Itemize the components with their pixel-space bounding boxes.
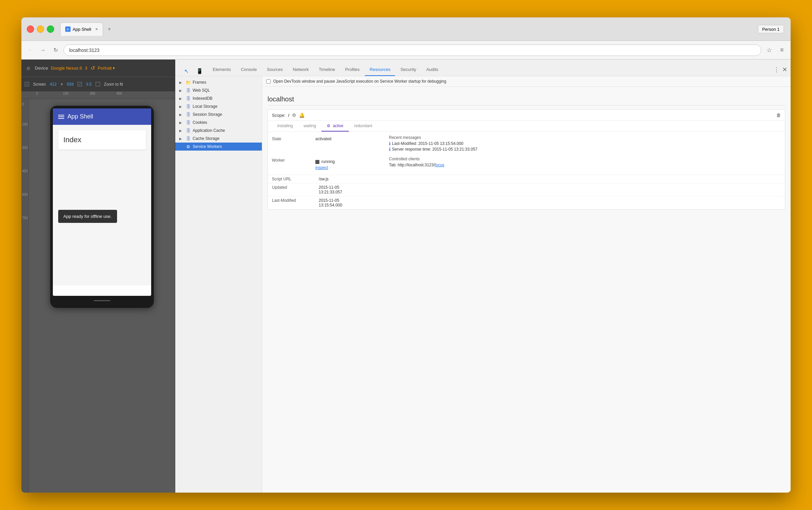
sw-tab-installing[interactable]: installing <box>272 121 298 132</box>
tree-item-frames[interactable]: ▶ 📁 Frames <box>175 78 262 86</box>
ruler-vertical: 0 150 300 450 600 750 <box>21 99 29 492</box>
tree-label-appcache: Application Cache <box>192 128 225 133</box>
maximize-button[interactable] <box>47 25 54 33</box>
folder-icon-frames: 📁 <box>185 80 191 85</box>
tree-item-cookies[interactable]: ▶ 🗄 Cookies <box>175 118 262 126</box>
scope-bell-icon[interactable]: 🔔 <box>299 112 305 118</box>
phone-bottom-bar <box>53 296 151 305</box>
tree-label-frames: Frames <box>192 80 206 85</box>
zoom-to-fit-checkbox[interactable] <box>96 82 100 86</box>
worker-running-label: running <box>321 159 335 164</box>
info-icon-1: ℹ <box>389 141 391 146</box>
index-title: Index <box>64 136 141 144</box>
message-text-1: Last-Modified: 2015-11-05 13:15:54.000 <box>392 141 463 146</box>
device-rotate-icon[interactable]: ↺ <box>91 65 95 71</box>
last-modified-label: Last-Modified <box>272 198 319 207</box>
device-portrait-select[interactable]: Portrait ▾ <box>98 65 115 70</box>
tab-elements[interactable]: Elements <box>208 63 235 76</box>
person-button[interactable]: Person 1 <box>758 25 784 33</box>
tree-item-websql[interactable]: ▶ 🗄 Web SQL <box>175 86 262 94</box>
tree-item-cachestorage[interactable]: ▶ 🗄 Cache Storage <box>175 135 262 143</box>
db-icon-cachestorage: 🗄 <box>185 136 191 141</box>
tab-timeline[interactable]: Timeline <box>314 63 340 76</box>
tree-item-indexeddb[interactable]: ▶ 🗄 IndexedDB <box>175 94 262 103</box>
no-device-icon: ⊘ <box>25 64 32 72</box>
sw-detail-grid: State activated Recent messages ℹ Last-M… <box>268 132 785 175</box>
ruler-v-mark-150: 150 <box>22 122 28 126</box>
tab-network[interactable]: Network <box>288 63 314 76</box>
cursor-icon[interactable]: ↖ <box>181 66 191 76</box>
close-devtools-button[interactable]: ✕ <box>782 66 787 73</box>
tree-item-serviceworkers[interactable]: ⚙ Service Workers <box>175 143 262 150</box>
scope-settings-icon[interactable]: ⚙ <box>292 112 296 118</box>
devtools-main-area: Open DevTools window and pause JavaScrip… <box>262 76 791 492</box>
tab-profiles[interactable]: Profiles <box>340 63 364 76</box>
tab-close-button[interactable]: × <box>95 26 98 32</box>
last-modified-value: 2015-11-05 13:15:54.000 <box>319 198 781 207</box>
forward-button[interactable]: → <box>38 46 48 55</box>
tab-console[interactable]: Console <box>236 63 262 76</box>
tab-title: App Shell <box>72 27 91 32</box>
address-bar[interactable]: localhost:3123 <box>64 45 761 56</box>
zoom-checkbox[interactable] <box>78 82 82 86</box>
traffic-lights <box>27 25 54 33</box>
screen-checkbox[interactable] <box>25 82 29 86</box>
tree-item-appcache[interactable]: ▶ 🗄 Application Cache <box>175 126 262 135</box>
close-button[interactable] <box>27 25 34 33</box>
minimize-button[interactable] <box>37 25 44 33</box>
tree-item-localstorage[interactable]: ▶ 🗄 Local Storage <box>175 103 262 110</box>
menu-button[interactable]: ≡ <box>777 46 787 55</box>
recent-messages-label: Recent messages <box>389 135 781 140</box>
worker-inspect-link[interactable]: inspect <box>315 165 328 170</box>
sw-script-url-row: Script URL /sw.js <box>268 175 785 183</box>
nav-bar: ← → ↻ localhost:3123 ☆ ≡ <box>21 41 791 60</box>
zoom-level: 3.5 <box>86 82 92 87</box>
tab-resources[interactable]: Resources <box>365 63 395 76</box>
hamburger-line-3 <box>58 118 64 119</box>
sw-warning-bar: Open DevTools window and pause JavaScrip… <box>262 76 791 87</box>
devtools-tab-actions: ⋮ ✕ <box>774 66 787 76</box>
tab-audits[interactable]: Audits <box>421 63 443 76</box>
tab-bar: A App Shell × + <box>60 22 785 36</box>
sw-tab-waiting[interactable]: waiting <box>298 121 321 132</box>
tree-label-sessionstorage: Session Storage <box>192 112 222 117</box>
device-arrows-icon[interactable]: ⇕ <box>85 66 88 70</box>
device-sub-toolbar: Screen 412 × 659 3.5 Zoom to fit <box>21 77 175 92</box>
client-focus-link[interactable]: focus <box>435 163 445 167</box>
bookmark-button[interactable]: ☆ <box>764 46 774 55</box>
worker-value-col: running inspect <box>315 157 389 171</box>
app-content: Index App ready for offline use. <box>53 125 151 285</box>
tab-app-shell[interactable]: A App Shell × <box>60 22 103 36</box>
tab-sources[interactable]: Sources <box>262 63 288 76</box>
new-tab-button[interactable]: + <box>104 24 114 34</box>
more-tabs-button[interactable]: ⋮ <box>774 66 780 73</box>
ruler-v-mark-600: 600 <box>22 193 28 196</box>
tree-arrow-frames: ▶ <box>179 81 184 84</box>
phone-icon[interactable]: 📱 <box>194 66 205 76</box>
app-title: App Shell <box>67 113 93 120</box>
scope-delete-button[interactable]: 🗑 <box>776 112 781 118</box>
index-card: Index <box>58 130 146 149</box>
refresh-button[interactable]: ↻ <box>51 46 60 55</box>
state-label: State <box>272 135 315 152</box>
sw-tab-active[interactable]: ⚙ active <box>321 121 349 132</box>
title-bar: A App Shell × + Person 1 <box>21 18 791 41</box>
db-icon-cookies: 🗄 <box>185 120 191 125</box>
app-header: App Shell <box>53 108 151 125</box>
tree-item-sessionstorage[interactable]: ▶ 🗄 Session Storage <box>175 110 262 118</box>
sw-status-tabs: installing waiting ⚙ active <box>268 121 785 132</box>
tab-security[interactable]: Security <box>396 63 421 76</box>
hamburger-menu[interactable] <box>58 115 64 119</box>
sw-last-modified-row: Last-Modified 2015-11-05 13:15:54.000 <box>268 196 785 209</box>
devtools-tab-icons: ↖ 📱 <box>179 66 207 76</box>
state-value: activated <box>315 135 389 152</box>
sw-debug-checkbox[interactable] <box>266 79 271 84</box>
devtools-content: ▶ 📁 Frames ▶ 🗄 Web SQL ▶ 🗄 IndexedDB <box>175 76 791 492</box>
scope-label: Scope: <box>272 113 285 118</box>
device-name[interactable]: Google Nexus 6 <box>51 65 82 70</box>
worker-stop-button[interactable] <box>315 160 320 164</box>
back-button[interactable]: ← <box>25 46 35 55</box>
sw-tab-redundant[interactable]: redundant <box>349 121 378 132</box>
db-icon-sessionstorage: 🗄 <box>185 112 191 117</box>
phone-nav-indicator <box>94 300 110 301</box>
